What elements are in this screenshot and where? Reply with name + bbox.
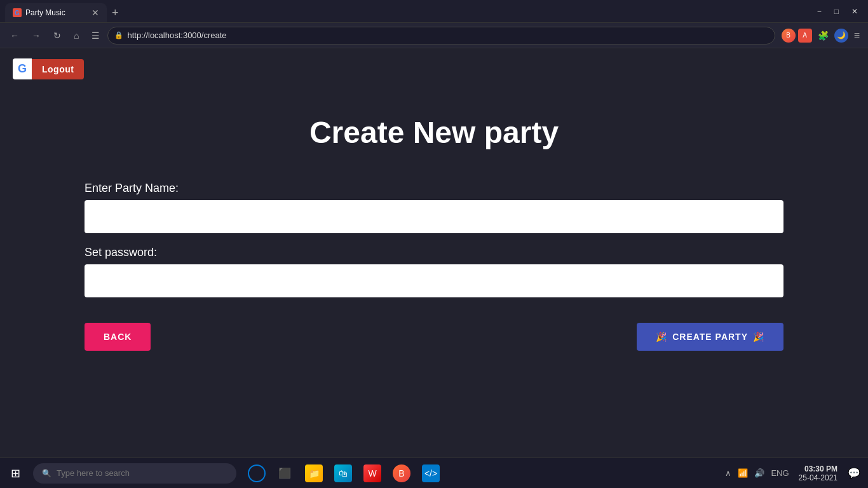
file-explorer-app[interactable]: 📁 — [300, 459, 328, 487]
taskbar: ⊞ 🔍 ⬛ 📁 🛍 W B </> ∧ 📶 🔊 — [0, 458, 868, 488]
page-title: Create New party — [309, 115, 559, 150]
google-logo: G — [13, 58, 32, 79]
password-input[interactable] — [85, 264, 783, 297]
tray-expand-icon[interactable]: ∧ — [723, 467, 733, 479]
browser-content: G Logout Create New party Enter Party Na… — [0, 48, 868, 458]
volume-icon[interactable]: 🔊 — [752, 467, 766, 479]
app-header: G Logout — [0, 48, 868, 90]
tab-favicon: G — [13, 8, 22, 17]
start-icon: ⊞ — [11, 466, 20, 480]
search-icon: 🔍 — [42, 469, 51, 478]
browser-extensions: B A 🧩 🌙 ≡ — [782, 29, 863, 43]
language-icon[interactable]: ENG — [769, 467, 790, 479]
store-app[interactable]: 🛍 — [329, 459, 357, 487]
back-button[interactable]: BACK — [85, 323, 151, 351]
taskbar-right: ∧ 📶 🔊 ENG 03:30 PM 25-04-2021 💬 — [723, 464, 868, 482]
create-party-icon-left: 🎉 — [656, 332, 667, 342]
lock-icon: 🔒 — [114, 31, 123, 39]
brave-taskbar-app[interactable]: B — [388, 459, 416, 487]
g-letter-1: G — [18, 62, 27, 76]
task-view-button[interactable]: ⬛ — [271, 459, 299, 487]
create-party-button[interactable]: 🎉 CREATE PARTY 🎉 — [637, 323, 783, 351]
minimize-button[interactable]: − — [812, 4, 827, 18]
create-party-icon-right: 🎉 — [753, 332, 764, 342]
tab-close-button[interactable]: ✕ — [92, 8, 99, 18]
browser-menu-button[interactable]: ≡ — [851, 29, 863, 43]
taskbar-search[interactable]: 🔍 — [33, 463, 236, 484]
clock-date: 25-04-2021 — [799, 473, 837, 482]
brave-shield-icon[interactable]: B — [782, 29, 796, 43]
browser-toolbar: ← → ↻ ⌂ ☰ 🔒 http://localhost:3000/create… — [0, 23, 868, 48]
system-tray: ∧ 📶 🔊 ENG — [723, 467, 790, 479]
system-clock[interactable]: 03:30 PM 25-04-2021 — [794, 464, 843, 482]
vscode-app[interactable]: </> — [417, 459, 445, 487]
back-nav-button[interactable]: ← — [5, 28, 24, 43]
create-party-form: Enter Party Name: Set password: BACK 🎉 C… — [85, 182, 783, 351]
new-tab-button[interactable]: + — [107, 4, 124, 22]
cortana-circle — [248, 464, 266, 482]
clock-time: 03:30 PM — [799, 464, 837, 473]
forward-nav-button[interactable]: → — [27, 28, 46, 43]
night-mode-icon[interactable]: 🌙 — [834, 29, 848, 43]
party-name-label: Enter Party Name: — [85, 182, 783, 195]
taskbar-icons: ⬛ 📁 🛍 W B </> — [244, 459, 445, 487]
create-party-label: CREATE PARTY — [672, 332, 748, 342]
google-logout-group: G Logout — [13, 58, 84, 79]
start-button[interactable]: ⊞ — [0, 458, 31, 489]
reload-button[interactable]: ↻ — [48, 28, 66, 43]
store-icon: 🛍 — [334, 464, 352, 482]
network-icon[interactable]: 📶 — [736, 467, 750, 479]
home-button[interactable]: ⌂ — [69, 28, 84, 43]
page-main: Create New party Enter Party Name: Set p… — [0, 90, 868, 363]
office-icon: W — [363, 464, 381, 482]
notification-icon[interactable]: 💬 — [845, 464, 863, 482]
address-text: http://localhost:3000/create — [127, 30, 768, 40]
brave-app-icon: B — [393, 464, 410, 482]
tab-title: Party Music — [25, 8, 65, 17]
tab-area: G Party Music ✕ + — [5, 0, 804, 22]
form-actions: BACK 🎉 CREATE PARTY 🎉 — [85, 323, 783, 351]
active-tab[interactable]: G Party Music ✕ — [5, 3, 107, 22]
browser-titlebar: G Party Music ✕ + − □ ✕ — [0, 0, 868, 23]
adblock-icon[interactable]: A — [798, 29, 812, 43]
close-button[interactable]: ✕ — [846, 4, 863, 18]
office-app[interactable]: W — [358, 459, 386, 487]
vscode-icon: </> — [422, 464, 440, 482]
bookmark-button[interactable]: ☰ — [86, 28, 105, 43]
logout-button[interactable]: Logout — [32, 59, 84, 79]
password-label: Set password: — [85, 246, 783, 259]
cortana-icon[interactable] — [244, 461, 269, 486]
file-explorer-icon: 📁 — [305, 464, 323, 482]
address-bar[interactable]: 🔒 http://localhost:3000/create — [107, 27, 775, 44]
search-input[interactable] — [57, 468, 227, 478]
party-name-input[interactable] — [85, 200, 783, 233]
window-controls: − □ ✕ — [812, 4, 863, 18]
extensions-button[interactable]: 🧩 — [815, 29, 832, 42]
maximize-button[interactable]: □ — [829, 4, 844, 18]
task-view-icon: ⬛ — [278, 467, 291, 479]
